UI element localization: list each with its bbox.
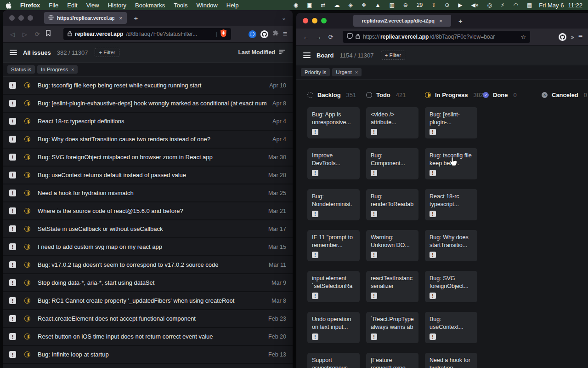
do-not-disturb-icon[interactable]: ⊖ bbox=[403, 0, 408, 10]
screen-record-icon[interactable]: ◉ bbox=[294, 0, 298, 10]
url-bar[interactable]: https:// repliear.vercel.app /d/8bTaoq7F… bbox=[343, 31, 530, 43]
close-window-button[interactable] bbox=[9, 15, 15, 21]
extensions-puzzle-icon[interactable] bbox=[272, 30, 279, 38]
remove-filter-icon[interactable]: × bbox=[71, 67, 74, 72]
zoom-window-button[interactable] bbox=[321, 18, 327, 23]
wifi-icon[interactable]: ◠ bbox=[513, 0, 518, 10]
issue-row[interactable]: Bug: SVG foreignObject misplaced on brow… bbox=[3, 149, 293, 167]
status-in-progress-icon[interactable] bbox=[24, 172, 30, 178]
dropbox-icon[interactable]: ❖ bbox=[362, 0, 367, 10]
bookmark-icon[interactable] bbox=[45, 30, 51, 38]
kanban-card[interactable]: [Feature request] expo... bbox=[366, 353, 418, 368]
sort-icon[interactable] bbox=[279, 48, 286, 57]
issue-row[interactable]: React 18-rc typescript definitions Apr 4 bbox=[3, 113, 293, 131]
status-in-progress-icon[interactable] bbox=[24, 316, 30, 322]
sync-arrows-icon[interactable]: ⇄ bbox=[321, 0, 326, 10]
kanban-card[interactable]: Bug: Why does startTransitio... bbox=[425, 230, 477, 261]
kanban-card[interactable]: React 18-rc typescript... bbox=[425, 189, 477, 220]
tracking-shield-icon[interactable] bbox=[347, 33, 353, 41]
new-tab-button[interactable]: + bbox=[458, 17, 463, 25]
app-menu-icon[interactable]: ≡ bbox=[283, 30, 287, 38]
kanban-card[interactable]: Bug: App is unresponsive... bbox=[307, 107, 360, 138]
kanban-card[interactable]: Bug: useContext... bbox=[425, 312, 477, 343]
status-in-progress-icon[interactable] bbox=[24, 262, 30, 268]
status-in-progress-icon[interactable] bbox=[24, 136, 30, 142]
menubar-app-name[interactable]: Firefox bbox=[20, 2, 40, 9]
play-icon[interactable]: ▶ bbox=[458, 0, 462, 10]
issue-row[interactable]: Bug: tsconfig file keep being reset whil… bbox=[3, 77, 293, 95]
status-in-progress-icon[interactable] bbox=[24, 154, 30, 160]
kanban-card[interactable]: Bug: Component... bbox=[366, 148, 418, 179]
issue-row[interactable]: [DevTools Bug] Unsupported Bridge operat… bbox=[3, 364, 293, 368]
camera-icon[interactable]: ▣ bbox=[307, 0, 312, 10]
upload-icon[interactable]: ⇧ bbox=[431, 0, 436, 10]
kanban-card[interactable]: `React.PropType always warns ab bbox=[366, 312, 418, 343]
forward-button[interactable]: ▷ bbox=[21, 31, 29, 38]
stage-manager-icon[interactable]: ▤ bbox=[527, 0, 532, 10]
close-tab-icon[interactable]: × bbox=[439, 17, 443, 24]
status-in-progress-icon[interactable] bbox=[24, 334, 30, 339]
menubar-menu-item[interactable]: Window bbox=[197, 2, 218, 9]
issue-row[interactable]: Bug: [eslint-plugin-exhaustive-deps] hoo… bbox=[3, 95, 293, 113]
kanban-card[interactable]: reactTestInstanc serializer bbox=[366, 271, 418, 302]
github-extension-icon[interactable] bbox=[260, 30, 268, 38]
minimize-window-button[interactable] bbox=[312, 18, 317, 23]
issue-row[interactable]: I need to add custom svg map on my react… bbox=[3, 238, 293, 256]
issue-row[interactable]: Where is the source code of react@15.6.0… bbox=[3, 202, 293, 220]
filter-field-chip[interactable]: Priority is bbox=[301, 68, 330, 76]
battery-icon[interactable]: ⚡ bbox=[501, 0, 504, 10]
docker-icon[interactable]: ◈ bbox=[349, 0, 353, 10]
issue-row[interactable]: Stop doing data-*, aria-*, start using d… bbox=[3, 274, 293, 292]
brave-menubar-icon[interactable]: ▲ bbox=[375, 0, 381, 10]
forward-button[interactable]: → bbox=[314, 34, 322, 40]
kanban-card[interactable]: Bug: [eslint-plugin-... bbox=[425, 107, 477, 138]
status-in-progress-icon[interactable] bbox=[24, 208, 30, 214]
list-tabs-chevron-icon[interactable]: ⌄ bbox=[282, 15, 286, 21]
onepassword-extension-icon[interactable] bbox=[249, 30, 256, 38]
close-tab-icon[interactable]: × bbox=[119, 15, 123, 22]
menubar-menu-item[interactable]: Edit bbox=[67, 2, 77, 9]
menubar-menu-item[interactable]: File bbox=[49, 2, 58, 9]
status-in-progress-icon[interactable] bbox=[24, 298, 30, 304]
status-in-progress-icon[interactable] bbox=[24, 100, 30, 106]
status-in-progress-icon[interactable] bbox=[24, 351, 30, 357]
cloud-icon[interactable]: ☁ bbox=[334, 0, 340, 10]
issue-row[interactable]: Bug: v17.0.2 tag doesn't seem to corresp… bbox=[3, 256, 293, 274]
back-button[interactable]: ← bbox=[302, 34, 310, 40]
issue-row[interactable]: React.createElement does not accept func… bbox=[3, 310, 293, 328]
status-in-progress-icon[interactable] bbox=[24, 82, 30, 88]
menubar-clock[interactable]: Fri May 6 11:22 bbox=[539, 2, 582, 9]
browser-tab[interactable]: https://repliear.vercel.app/d/8b × bbox=[44, 12, 127, 24]
kanban-card[interactable]: Warning: Unknown DO... bbox=[366, 230, 418, 261]
issue-row[interactable]: Need a hook for hydration mismatch Mar 2… bbox=[3, 184, 293, 202]
reload-button[interactable]: ⟳ bbox=[33, 31, 41, 38]
power-icon[interactable]: ⊙ bbox=[445, 0, 449, 10]
kanban-card[interactable]: Undo operation on text input... bbox=[307, 312, 360, 343]
add-filter-button[interactable]: + Filter bbox=[381, 51, 405, 60]
menubar-menu-item[interactable]: History bbox=[108, 2, 126, 9]
kanban-card[interactable]: input element `setSelectionRa bbox=[307, 271, 360, 302]
widgets-icon[interactable]: ▥ bbox=[389, 0, 394, 10]
issue-row[interactable]: Bug: useContext returns default instead … bbox=[3, 167, 293, 184]
url-bar[interactable]: repliear.vercel.app /d/8bTaoq7F0e?status… bbox=[63, 28, 231, 40]
sort-order-label[interactable]: Last Modified bbox=[238, 49, 275, 56]
filter-value-chip[interactable]: In Progress × bbox=[37, 65, 78, 74]
close-window-button[interactable] bbox=[303, 18, 308, 23]
filter-field-chip[interactable]: Status is bbox=[7, 65, 35, 74]
kanban-card[interactable]: Bug: SVG foreignObject... bbox=[425, 271, 477, 302]
issue-row[interactable]: Bug: Why does startTransition cause two … bbox=[3, 131, 293, 149]
github-extension-icon[interactable] bbox=[559, 33, 566, 41]
kanban-card[interactable]: Bug: renderToReadab bbox=[366, 189, 418, 220]
minimize-window-button[interactable] bbox=[18, 15, 24, 21]
apple-logo-icon[interactable] bbox=[6, 2, 11, 9]
sidebar-hamburger-icon[interactable] bbox=[10, 50, 17, 55]
brave-shield-icon[interactable] bbox=[220, 29, 227, 39]
overflow-chevrons-icon[interactable]: » bbox=[571, 34, 574, 40]
add-filter-button[interactable]: + Filter bbox=[95, 48, 119, 57]
status-in-progress-icon[interactable] bbox=[24, 280, 30, 286]
issue-row[interactable]: SetState in useCallback or without useCa… bbox=[3, 220, 293, 238]
status-in-progress-icon[interactable] bbox=[24, 190, 30, 196]
browser-tab[interactable]: replidraw2.vercel.app/d/c-iZpq × bbox=[353, 15, 451, 27]
menubar-menu-item[interactable]: Tools bbox=[174, 2, 187, 9]
back-button[interactable]: ◁ bbox=[8, 31, 17, 38]
